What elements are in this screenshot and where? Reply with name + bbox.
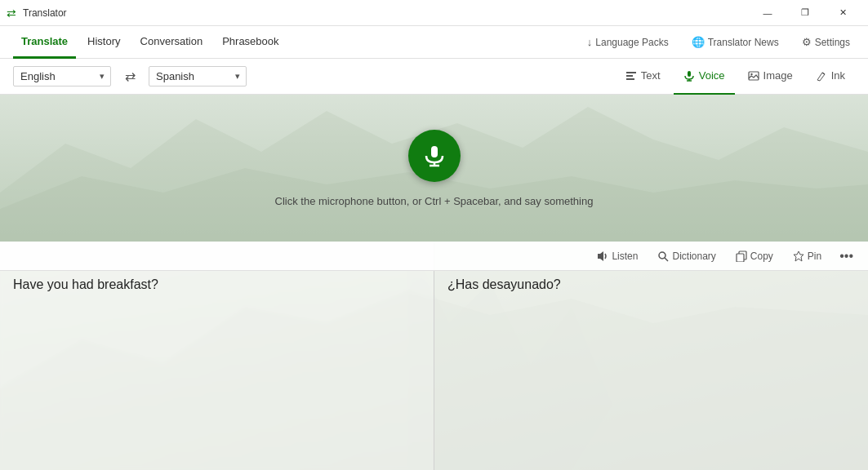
svg-rect-1 — [626, 75, 633, 77]
mic-button-icon — [423, 144, 446, 167]
microphone-button[interactable] — [408, 130, 461, 182]
minimize-button[interactable]: — — [749, 0, 786, 26]
ink-icon — [816, 70, 827, 82]
svg-rect-0 — [626, 72, 636, 73]
text-icon — [625, 70, 637, 82]
action-bar: Listen Dictionary Copy Pin ••• — [0, 242, 868, 271]
speaker-icon — [597, 251, 608, 262]
svg-line-15 — [665, 258, 668, 261]
lang-bar: English Spanish French German Japanese C… — [0, 59, 868, 95]
mode-tabs: Text Voice Image Ink — [616, 59, 855, 95]
language-packs-button[interactable]: ↓ Language Packs — [582, 33, 674, 51]
copy-button[interactable]: Copy — [729, 247, 780, 265]
globe-icon: 🌐 — [692, 36, 705, 48]
pin-icon — [793, 251, 804, 262]
dictionary-icon — [657, 251, 669, 262]
source-language-select[interactable]: English Spanish French German Japanese C… — [13, 66, 111, 86]
settings-icon: ⚙ — [802, 36, 812, 48]
menu-item-phrasebook[interactable]: Phrasebook — [214, 26, 287, 59]
mode-tab-text[interactable]: Text — [616, 59, 670, 95]
source-language-wrapper: English Spanish French German Japanese C… — [13, 66, 111, 86]
mode-tab-voice[interactable]: Voice — [674, 59, 735, 95]
target-language-wrapper: Spanish English French German Japanese C… — [149, 66, 247, 86]
title-bar-left: ⇄ Translator — [7, 7, 67, 20]
language-packs-label: Language Packs — [595, 37, 668, 48]
menu-bar: Translate History Conversation Phraseboo… — [0, 26, 868, 59]
app-title: Translator — [23, 7, 67, 19]
dictionary-button[interactable]: Dictionary — [651, 247, 722, 265]
mode-tab-ink[interactable]: Ink — [806, 59, 855, 95]
restore-button[interactable]: ❐ — [786, 0, 824, 26]
svg-rect-2 — [626, 78, 634, 80]
svg-point-7 — [750, 73, 752, 74]
source-text: Have you had breakfast? — [13, 277, 421, 292]
menu-left: Translate History Conversation Phraseboo… — [13, 26, 287, 59]
listen-label: Listen — [612, 251, 638, 262]
target-language-select[interactable]: Spanish English French German Japanese C… — [149, 66, 247, 86]
translator-news-button[interactable]: 🌐 Translator News — [687, 33, 784, 51]
settings-label: Settings — [815, 37, 850, 48]
dictionary-label: Dictionary — [672, 251, 715, 262]
listen-button[interactable]: Listen — [590, 247, 644, 265]
svg-rect-17 — [737, 254, 744, 262]
mode-tab-voice-label: Voice — [699, 69, 725, 82]
download-icon: ↓ — [587, 36, 593, 48]
mode-tab-image-label: Image — [763, 69, 793, 82]
menu-right: ↓ Language Packs 🌐 Translator News ⚙ Set… — [582, 33, 855, 51]
close-button[interactable]: ✕ — [824, 0, 861, 26]
result-source-panel: Have you had breakfast? — [0, 242, 434, 470]
pin-label: Pin — [808, 251, 821, 262]
copy-label: Copy — [750, 251, 773, 262]
swap-languages-button[interactable]: ⇄ — [118, 64, 142, 89]
settings-button[interactable]: ⚙ Settings — [797, 33, 855, 51]
voice-area: Click the microphone button, or Ctrl + S… — [0, 95, 868, 242]
translated-text: ¿Has desayunado? — [447, 277, 855, 292]
pin-button[interactable]: Pin — [786, 247, 828, 265]
lang-selectors: English Spanish French German Japanese C… — [13, 64, 247, 89]
mode-tab-ink-label: Ink — [831, 69, 845, 82]
title-bar-controls: — ❐ ✕ — [749, 0, 861, 26]
menu-item-history[interactable]: History — [79, 26, 128, 59]
image-icon — [748, 70, 759, 82]
mode-tab-text-label: Text — [641, 69, 661, 82]
microphone-icon — [683, 70, 695, 82]
mic-instruction: Click the microphone button, or Ctrl + S… — [275, 195, 594, 207]
mode-tab-image[interactable]: Image — [738, 59, 803, 95]
translator-news-label: Translator News — [708, 37, 779, 48]
title-bar: ⇄ Translator — ❐ ✕ — [0, 0, 868, 26]
more-options-button[interactable]: ••• — [835, 247, 858, 265]
svg-rect-3 — [688, 71, 691, 77]
svg-marker-13 — [598, 251, 603, 261]
result-translated-panel: ¿Has desayunado? — [434, 242, 868, 470]
copy-icon — [736, 251, 747, 262]
result-area: Listen Dictionary Copy Pin ••• Have you … — [0, 242, 868, 470]
svg-point-14 — [659, 252, 665, 259]
svg-rect-9 — [431, 146, 438, 157]
app-icon: ⇄ — [7, 7, 16, 20]
menu-item-translate[interactable]: Translate — [13, 26, 76, 59]
menu-item-conversation[interactable]: Conversation — [132, 26, 211, 59]
